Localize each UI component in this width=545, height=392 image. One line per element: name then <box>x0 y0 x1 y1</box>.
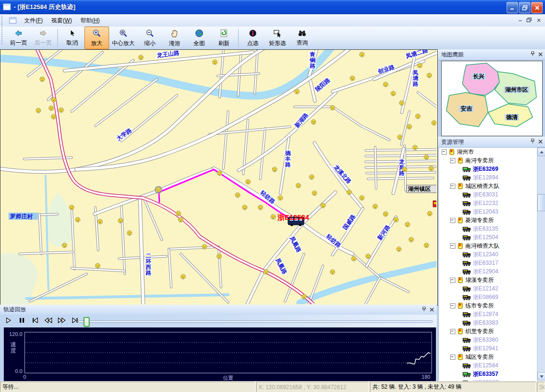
scroll-thumb[interactable] <box>537 194 545 211</box>
map-canvas[interactable]: 龙王山路青铜路凤塘二路凤塘路创业路陵阳路新湖路大学路德丰路龙溪北路轻纺路龙凤路国… <box>0 49 438 306</box>
eagle-map[interactable]: 长兴湖州市区安吉德清 <box>441 61 543 136</box>
tree-item-vehicle[interactable]: 浙E63031 <box>439 190 537 199</box>
vehicle-marker-icon[interactable] <box>181 274 185 279</box>
tree-scrollbar[interactable] <box>537 148 545 381</box>
skip-start-button[interactable] <box>28 315 42 327</box>
vehicle-marker-icon[interactable] <box>360 52 364 57</box>
tree-item-group[interactable]: 城区专卖所 <box>439 353 537 361</box>
tree-item-vehicle[interactable]: 浙E12894 <box>439 173 537 182</box>
vehicle-marker-icon[interactable] <box>391 91 396 96</box>
vehicle-marker-icon[interactable] <box>399 101 404 105</box>
toolbar-button-point-select[interactable]: 点选 <box>240 27 265 49</box>
vehicle-marker-icon[interactable] <box>424 155 429 159</box>
toolbar-button-globe[interactable]: 全图 <box>187 27 212 49</box>
vehicle-marker-icon[interactable] <box>347 190 351 195</box>
mdi-minimize-icon[interactable]: – <box>518 18 522 23</box>
scroll-down-button[interactable] <box>537 372 545 381</box>
vehicle-marker-icon[interactable] <box>429 166 434 171</box>
tree-item-group[interactable]: 南浔专卖所 <box>439 156 537 165</box>
vehicle-marker-icon[interactable] <box>51 97 56 102</box>
vehicle-marker-icon[interactable] <box>264 270 268 274</box>
tree-item-vehicle[interactable]: 浙E12874 <box>439 310 537 318</box>
tree-item-group[interactable]: 织里专卖所 <box>439 327 537 336</box>
vehicle-marker-icon[interactable] <box>402 167 407 172</box>
vehicle-marker-icon[interactable] <box>409 237 414 242</box>
vehicle-marker-icon[interactable] <box>416 114 420 119</box>
tree-item-group[interactable]: 菱湖专卖所 <box>439 216 537 224</box>
pin-icon[interactable] <box>530 51 535 58</box>
vehicle-marker-icon[interactable] <box>278 196 283 200</box>
tree-item-vehicle[interactable]: 浙E12904 <box>439 267 537 276</box>
vehicle-marker-icon[interactable] <box>350 76 355 81</box>
tree-collapse-box[interactable] <box>450 158 455 163</box>
vehicle-marker-icon[interactable] <box>98 219 102 224</box>
tree-item-root[interactable]: 湖州市 <box>439 148 537 156</box>
tree-item-group[interactable]: 城区稽查大队 <box>439 182 537 190</box>
vehicle-marker-icon[interactable] <box>296 183 301 188</box>
tree-collapse-box[interactable] <box>442 149 447 155</box>
vehicle-marker-icon[interactable] <box>405 222 410 227</box>
minimize-button[interactable] <box>507 2 518 13</box>
toolbar-button-cursor[interactable]: 取消 <box>60 27 84 49</box>
pause-button[interactable] <box>15 315 28 327</box>
tree-item-vehicle[interactable]: 浙E63383 <box>439 318 537 327</box>
vehicle-marker-icon[interactable] <box>351 256 356 261</box>
tree-collapse-box[interactable] <box>450 218 455 223</box>
menu-item-w[interactable]: 视窗(W) <box>47 15 76 26</box>
tree-item-group[interactable]: 南浔稽查大队 <box>439 242 537 250</box>
restore-button[interactable] <box>519 2 530 13</box>
toolbar-button-zoom-out[interactable]: 缩小 <box>138 27 162 49</box>
vehicle-marker-icon[interactable] <box>246 179 250 184</box>
vehicle-marker-icon[interactable] <box>407 124 412 129</box>
vehicle-marker-icon[interactable] <box>118 218 123 223</box>
play-button[interactable] <box>2 315 15 327</box>
vehicle-marker-icon[interactable] <box>330 105 335 110</box>
vehicle-marker-icon[interactable] <box>373 204 378 209</box>
pin-icon[interactable] <box>530 139 535 145</box>
toolbar-button-zoom-in[interactable]: 放大 <box>84 27 109 49</box>
vehicle-marker-icon[interactable] <box>417 63 422 68</box>
tree-collapse-box[interactable] <box>450 278 455 283</box>
tree-item-vehicle[interactable]: 浙E63317 <box>439 259 537 267</box>
scroll-up-button[interactable] <box>537 148 545 156</box>
pin-icon[interactable] <box>422 307 426 313</box>
vehicle-marker-icon[interactable] <box>311 120 316 124</box>
tree-item-vehicle[interactable]: 浙E63357 <box>439 370 537 378</box>
vehicle-marker-icon[interactable] <box>69 205 74 210</box>
toolbar-button-pan-hand[interactable]: 漫游 <box>162 27 187 49</box>
toolbar-button-binoculars[interactable]: 查询 <box>290 27 314 49</box>
tree-item-vehicle[interactable]: 浙E12043 <box>439 207 537 216</box>
vehicle-marker-icon[interactable] <box>366 254 370 259</box>
tree-collapse-box[interactable] <box>450 355 455 360</box>
tree-item-vehicle[interactable]: 浙E12941 <box>439 344 537 353</box>
tree-collapse-box[interactable] <box>450 184 455 189</box>
tree-item-vehicle[interactable]: 浙E12232 <box>439 199 537 207</box>
vehicle-marker-icon[interactable] <box>95 263 100 268</box>
vehicle-marker-icon[interactable] <box>309 175 314 179</box>
menu-item-f[interactable]: 文件(F) <box>20 15 47 26</box>
vehicle-marker-icon[interactable] <box>36 108 41 113</box>
vehicle-marker-icon[interactable] <box>383 212 388 216</box>
close-icon[interactable] <box>538 51 543 58</box>
vehicle-marker-icon[interactable] <box>242 205 247 210</box>
toolbar-button-center-zoom[interactable]: 中心放大 <box>109 27 138 49</box>
vehicle-marker-icon[interactable] <box>202 244 207 249</box>
vehicle-marker-icon[interactable] <box>51 114 56 119</box>
tree-item-vehicle[interactable]: 浙E08669 <box>439 293 537 301</box>
tree-item-vehicle[interactable]: 浙E12142 <box>439 284 537 293</box>
tree-item-vehicle[interactable]: 浙E12504 <box>439 233 537 242</box>
vehicle-marker-icon[interactable] <box>49 106 54 111</box>
vehicle-marker-icon[interactable] <box>176 211 181 216</box>
vehicle-marker-icon[interactable] <box>59 108 64 112</box>
vehicle-marker-icon[interactable] <box>432 121 436 125</box>
rewind-button[interactable] <box>42 315 55 327</box>
playback-slider[interactable] <box>78 320 433 323</box>
vehicle-marker-icon[interactable] <box>394 217 398 222</box>
tree-collapse-box[interactable] <box>450 329 455 334</box>
vehicle-marker-icon[interactable] <box>427 73 432 78</box>
vehicle-marker-icon[interactable] <box>302 294 306 299</box>
vehicle-marker-icon[interactable] <box>413 145 417 150</box>
vehicle-marker-icon[interactable] <box>139 55 143 60</box>
tree-collapse-box[interactable] <box>450 243 455 249</box>
vehicle-marker-icon[interactable] <box>424 243 429 248</box>
